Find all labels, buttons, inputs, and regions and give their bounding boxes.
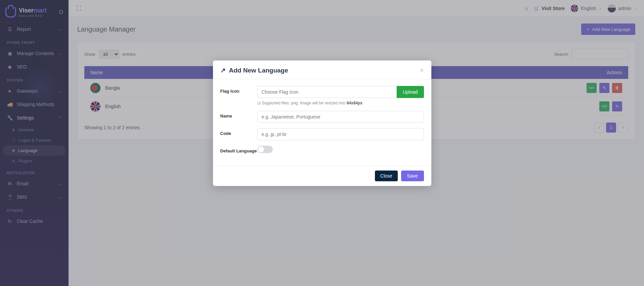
- share-icon: ↗: [220, 66, 226, 74]
- modal-close-button[interactable]: ×: [420, 66, 424, 74]
- code-label: Code: [220, 128, 257, 136]
- default-language-label: Default Language: [220, 146, 257, 153]
- close-button[interactable]: Close: [375, 171, 398, 181]
- modal-backdrop[interactable]: ↗ Add New Language × Flag Icon Upload ◷: [0, 0, 644, 286]
- add-language-modal: ↗ Add New Language × Flag Icon Upload ◷: [213, 60, 431, 186]
- upload-button[interactable]: Upload: [397, 86, 424, 98]
- code-input[interactable]: [257, 128, 424, 140]
- name-input[interactable]: [257, 111, 424, 123]
- clock-icon: ◷: [257, 101, 261, 105]
- flag-icon-label: Flag Icon: [220, 86, 257, 94]
- save-button[interactable]: Save: [401, 171, 424, 181]
- default-language-toggle[interactable]: [257, 146, 273, 153]
- flag-icon-input[interactable]: [257, 86, 397, 98]
- name-label: Name: [220, 111, 257, 118]
- modal-title: Add New Language: [229, 67, 288, 74]
- flag-help-text: ◷ Supported files: png. Image will be re…: [257, 101, 424, 105]
